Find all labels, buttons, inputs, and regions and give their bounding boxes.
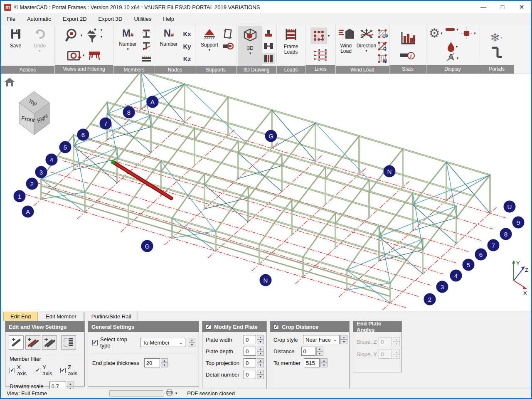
edit-single-member-button[interactable] (9, 335, 24, 350)
support-bolt-button[interactable] (222, 41, 234, 52)
crop-type-dropdown[interactable]: To Member⌄ (140, 338, 185, 347)
edit-red-members-button[interactable] (25, 335, 40, 350)
node-kx-button[interactable]: Kx (181, 28, 193, 39)
display-settings-button[interactable]: ⚙ ▼ (429, 27, 443, 39)
member-number-dropdown-arrow[interactable]: ▼ (126, 48, 130, 51)
stacked-bars-icon (141, 54, 152, 63)
member-delete-button[interactable] (140, 41, 153, 52)
wind-load-button[interactable]: Wind Load (336, 26, 356, 66)
maximize-button[interactable]: □ (493, 1, 512, 13)
menu-export-3d[interactable]: Export 3D (93, 14, 128, 24)
detail-number-spinner[interactable]: ▲▼ (257, 370, 264, 379)
menu-automatic[interactable]: Automatic (21, 14, 57, 24)
levels-button[interactable] (312, 47, 329, 63)
wind-q-button[interactable]: Q (377, 41, 389, 52)
end-plate-thickness-input[interactable]: 20 (144, 358, 160, 367)
droplet-icon (447, 41, 455, 52)
model-viewport[interactable]: Top Front Right Y Z X AGNU87654321AGN987… (2, 74, 531, 311)
top-projection-spinner[interactable]: ▲▼ (257, 358, 264, 367)
node-kz-button[interactable]: Kz (181, 53, 193, 64)
display-color-button[interactable]: ▼ (447, 41, 458, 52)
z-axis-checkbox[interactable] (60, 368, 66, 373)
member-layers-button[interactable] (140, 53, 153, 64)
3d-button[interactable]: 3D ▼ (238, 26, 262, 66)
distance-input[interactable]: 0 (301, 347, 315, 356)
menu-export-2d[interactable]: Export 2D (57, 14, 93, 24)
crop-style-spinner[interactable]: ▲▼ (340, 335, 347, 344)
axis-x-label: X (523, 290, 527, 296)
stats-chart-button[interactable] (399, 31, 416, 47)
y-axis-label: Y axis (42, 364, 55, 377)
tab-purlins-side-rail[interactable]: Purlins/Side Rail (84, 312, 138, 321)
display-text-button[interactable]: A ▼ (446, 52, 459, 64)
grid-lines-dropdown-arrow[interactable]: ▼ (327, 34, 330, 38)
support-plate-button[interactable] (222, 28, 234, 39)
display-node-style-button[interactable]: ▼ (461, 27, 476, 39)
x-axis-checkbox[interactable] (10, 368, 15, 373)
slope-y-spinner: ▲▼ (393, 350, 400, 359)
plate-icon (223, 28, 233, 39)
wind-w-button[interactable]: W (377, 53, 389, 64)
columns-button[interactable] (262, 53, 275, 64)
node-ky-button[interactable]: Ky (181, 41, 193, 52)
close-button[interactable]: ✕ (512, 1, 531, 13)
tab-edit-end[interactable]: Edit End (3, 312, 38, 321)
svg-text:CP: CP (382, 34, 388, 39)
detail-number-input[interactable]: 0 (244, 370, 256, 379)
y-axis-checkbox[interactable] (35, 368, 40, 373)
gap-button[interactable] (262, 41, 275, 52)
tab-edit-member[interactable]: Edit Member (39, 312, 84, 321)
portal-freeze-button[interactable]: ❄ ▼ (490, 32, 503, 44)
member-section-button[interactable] (140, 28, 153, 39)
print-dropdown-arrow[interactable]: ▼ (175, 392, 178, 395)
stamp-button[interactable] (262, 28, 275, 39)
ribbon-group-stats: i Stats (389, 25, 426, 74)
plate-width-input[interactable]: 0 (244, 335, 256, 344)
modify-end-plate-checkbox[interactable] (206, 324, 211, 330)
wind-house-icon (338, 28, 355, 42)
slope-z-spinner: ▲▼ (393, 337, 400, 346)
portal-purlin-button[interactable] (490, 46, 504, 61)
menu-help[interactable]: Help (157, 14, 180, 24)
member-table-button[interactable] (61, 335, 76, 350)
undo-dropdown-arrow[interactable]: ▼ (38, 49, 42, 53)
3d-dropdown-arrow[interactable]: ▼ (249, 52, 252, 55)
edit-multi-members-button[interactable] (42, 335, 57, 350)
table-view-button[interactable] (88, 49, 101, 61)
undo-button[interactable]: Undo ▼ (28, 26, 52, 66)
to-member-input[interactable]: 515 (304, 358, 320, 367)
support-dropdown-arrow[interactable]: ▼ (208, 49, 211, 52)
progress-bar (109, 390, 163, 397)
plate-depth-input[interactable]: 0 (244, 347, 256, 356)
frame-loads-button[interactable]: Frame Loads (279, 26, 303, 66)
view-cube[interactable]: Top Front Right (2, 74, 68, 140)
member-number-button[interactable]: M# Number ▼ (116, 26, 140, 66)
to-member-spinner[interactable]: ▲▼ (320, 358, 328, 367)
end-plate-thickness-spinner[interactable]: ▲▼ (161, 358, 168, 367)
print-button[interactable] (166, 389, 173, 397)
menu-file[interactable]: File (1, 14, 21, 24)
direction-dropdown-arrow[interactable]: ▼ (365, 49, 368, 53)
menu-utilities[interactable]: Utilities (128, 14, 157, 24)
save-button[interactable]: Save (4, 26, 28, 66)
support-button[interactable]: Support ▼ (197, 26, 222, 66)
display-line-style-button[interactable]: ▼ (445, 27, 459, 32)
crop-style-dropdown[interactable]: Near Face⌄ (303, 335, 340, 344)
top-projection-input[interactable]: 0 (244, 358, 256, 367)
crop-distance-checkbox[interactable] (273, 324, 279, 330)
snapshot-button[interactable]: ▼ (67, 49, 85, 62)
select-crop-type-checkbox[interactable] (92, 340, 98, 345)
plate-depth-spinner[interactable]: ▲▼ (257, 347, 264, 356)
wind-direction-button[interactable]: Direction ▼ (356, 26, 377, 66)
plate-width-spinner[interactable]: ▲▼ (257, 335, 264, 344)
stats-info-button[interactable]: i (399, 50, 416, 62)
distance-spinner[interactable]: ▲▼ (316, 347, 323, 356)
zoom-views-button[interactable]: ▼ (65, 28, 83, 43)
node-number-button[interactable]: N# Number (157, 26, 181, 66)
minimize-button[interactable]: — (474, 1, 493, 13)
wind-cp-button[interactable]: CP (377, 28, 389, 39)
crop-type-spinner[interactable]: ▲▼ (189, 338, 195, 347)
grid-line-label-A: A (22, 206, 34, 218)
filter-views-button[interactable]: ▼▼ (86, 28, 103, 44)
grid-lines-button[interactable] (310, 27, 327, 44)
